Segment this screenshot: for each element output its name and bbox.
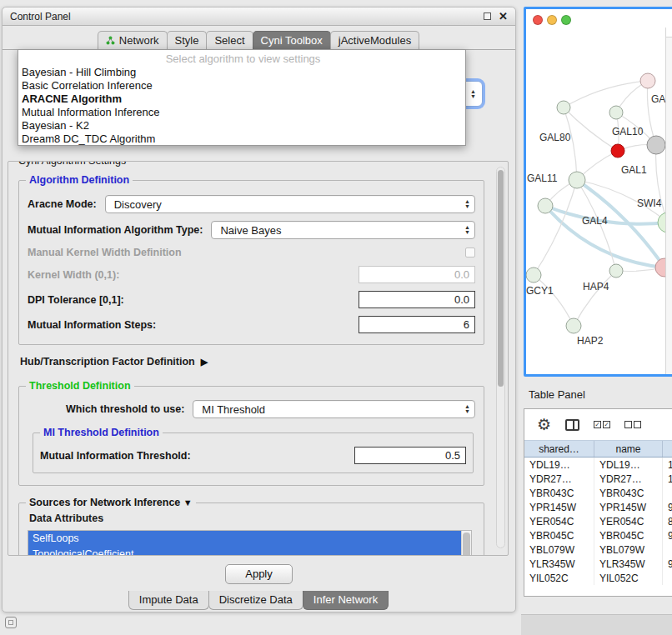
- network-node[interactable]: [557, 101, 570, 114]
- apply-button[interactable]: Apply: [225, 564, 293, 584]
- tab-discretize-data[interactable]: Discretize Data: [208, 591, 303, 610]
- which-threshold-label: Which threshold to use:: [66, 403, 184, 415]
- list-scrollbar[interactable]: [461, 531, 471, 556]
- scrollbar-arrow[interactable]: [666, 28, 672, 38]
- zoom-traffic-icon[interactable]: [561, 15, 571, 25]
- table-cell: YDR27…: [524, 472, 594, 486]
- mi-algorithm-type-combo[interactable]: Naive Bayes ▲▼: [211, 221, 475, 239]
- table-cell: 9.: [663, 500, 672, 514]
- kernel-width-field[interactable]: 0.0: [359, 266, 475, 283]
- table-cell: YDL19…: [594, 458, 663, 472]
- network-node[interactable]: [526, 268, 541, 282]
- table-row[interactable]: YBR043CYBR043C: [524, 486, 672, 500]
- network-node[interactable]: [566, 318, 581, 333]
- table-row[interactable]: YBL079WYBL079W: [524, 542, 672, 557]
- data-attributes-list[interactable]: SelfLoopsTopologicalCoefficientBetweenne…: [28, 530, 472, 556]
- algorithm-popup-item[interactable]: ARACNE Algorithm: [21, 92, 465, 106]
- cyni-algorithm-settings-group: Cyni Algorithm Settings Algorithm Defini…: [8, 161, 509, 556]
- table-cell: YBR043C: [524, 486, 594, 500]
- table-row[interactable]: YER054CYER054C8.: [524, 514, 672, 528]
- columns-icon[interactable]: [565, 419, 579, 431]
- tab-jactivemodules[interactable]: jActiveModules: [330, 31, 419, 49]
- data-attribute-item[interactable]: TopologicalCoefficient: [28, 547, 461, 556]
- deselect-all-icon[interactable]: [624, 421, 641, 428]
- which-threshold-combo[interactable]: MI Threshold ▲▼: [193, 400, 475, 418]
- table-cell: YBL079W: [594, 542, 663, 557]
- scrollbar-thumb[interactable]: [463, 532, 470, 556]
- table-header: shared… name: [524, 440, 672, 458]
- node-label: GAL1: [621, 164, 647, 176]
- tab-network[interactable]: Network: [98, 31, 168, 49]
- table-row[interactable]: YDR27…YDR27…12: [524, 472, 672, 486]
- tab-style[interactable]: Style: [167, 31, 208, 49]
- table-row[interactable]: YPR145WYPR145W9.: [524, 500, 672, 514]
- select-all-icon[interactable]: ✓✓: [594, 421, 610, 428]
- dpi-tolerance-field[interactable]: 0.0: [359, 291, 475, 308]
- bottom-tab-bar: Impute Data Discretize Data Infer Networ…: [3, 591, 515, 610]
- algorithm-popup-list: Bayesian - Hill ClimbingBasic Correlatio…: [21, 66, 465, 146]
- close-traffic-icon[interactable]: [533, 15, 543, 25]
- minimize-traffic-icon[interactable]: [547, 15, 557, 25]
- network-view-window[interactable]: GALGAL80GAL10GAL11GAL1SWI4GAL4GCY1HAP4HA…: [524, 7, 672, 377]
- window-title: Control Panel: [10, 11, 484, 22]
- tab-impute-data[interactable]: Impute Data: [128, 591, 209, 610]
- network-canvas[interactable]: GALGAL80GAL10GAL11GAL1SWI4GAL4GCY1HAP4HA…: [526, 9, 672, 374]
- mi-threshold-label: Mutual Information Threshold:: [40, 450, 191, 462]
- table-cell: YDR27…: [594, 472, 663, 486]
- network-node[interactable]: [647, 136, 665, 154]
- tab-infer-network[interactable]: Infer Network: [303, 591, 389, 610]
- column-header-shared-name[interactable]: shared…: [524, 441, 594, 457]
- mi-threshold-field[interactable]: 0.5: [354, 447, 466, 464]
- combo-stepper-icon: ▲▼: [470, 89, 476, 99]
- algorithm-popup-item[interactable]: Mutual Information Inference: [21, 106, 465, 119]
- table-cell: 8.: [663, 514, 672, 528]
- tab-label: jActiveModules: [339, 34, 411, 47]
- mi-threshold-definition-group: MI Threshold Definition Mutual Informati…: [33, 432, 474, 473]
- hub-label: Hub/Transcription Factor Definition: [20, 356, 195, 368]
- settings-scrollbar[interactable]: [496, 167, 505, 548]
- table-row[interactable]: YBR045CYBR045C9.: [524, 528, 672, 542]
- node-label: GAL11: [527, 172, 558, 184]
- data-attribute-item[interactable]: SelfLoops: [28, 531, 461, 547]
- table-cell: YIL052C: [594, 571, 663, 585]
- algorithm-popup-item[interactable]: Bayesian - K2: [21, 119, 465, 132]
- table-cell: YBR045C: [594, 528, 663, 542]
- popup-placeholder: Select algorithm to view settings: [21, 52, 465, 66]
- network-node[interactable]: [538, 198, 553, 213]
- hub-transcription-expander[interactable]: Hub/Transcription Factor Definition ▶: [20, 356, 508, 368]
- manual-kernel-checkbox[interactable]: [465, 248, 475, 258]
- column-header-name[interactable]: name: [594, 441, 663, 457]
- chevron-down-icon: ▼: [183, 498, 193, 508]
- network-node[interactable]: [611, 144, 624, 158]
- aracne-mode-label: Aracne Mode:: [28, 198, 97, 210]
- network-node[interactable]: [569, 172, 585, 188]
- close-icon[interactable]: ✕: [499, 11, 508, 22]
- network-scrollbar[interactable]: [665, 28, 672, 374]
- tab-label: Network: [119, 34, 159, 47]
- algorithm-popup-item[interactable]: Bayesian - Hill Climbing: [21, 66, 465, 79]
- settings-gear-icon[interactable]: ⚙: [537, 417, 551, 432]
- aracne-mode-combo[interactable]: Discovery ▲▼: [105, 195, 475, 213]
- network-node[interactable]: [609, 106, 623, 119]
- column-header-extra[interactable]: [663, 441, 672, 457]
- table-cell: YDL19…: [524, 458, 594, 472]
- table-row[interactable]: YIL052CYIL052C: [524, 571, 672, 585]
- scrollbar-thumb[interactable]: [498, 170, 504, 387]
- algorithm-popup-item[interactable]: Dream8 DC_TDC Algorithm: [21, 132, 465, 146]
- node-label: GCY1: [526, 285, 554, 297]
- table-cell: YLR345W: [524, 557, 594, 571]
- float-window-icon[interactable]: [484, 12, 491, 20]
- table-row[interactable]: YDL19…YDL19…13: [524, 458, 672, 472]
- algorithm-popup-item[interactable]: Basic Correlation Inference: [21, 79, 465, 92]
- mi-algorithm-type-label: Mutual Information Algorithm Type:: [28, 224, 203, 236]
- tab-select[interactable]: Select: [206, 31, 253, 49]
- network-node[interactable]: [609, 264, 623, 278]
- mi-steps-field[interactable]: 6: [359, 316, 475, 333]
- table-row[interactable]: YLR345WYLR345W9.: [524, 557, 672, 571]
- sources-title-row[interactable]: Sources for Network Inference ▼: [26, 497, 196, 508]
- bottom-panel-strip: [521, 614, 672, 635]
- table-cell: 9.: [663, 528, 672, 542]
- network-node[interactable]: [640, 73, 655, 88]
- docked-panel-icon[interactable]: [5, 617, 17, 628]
- tab-cyni-toolbox[interactable]: Cyni Toolbox: [253, 31, 331, 49]
